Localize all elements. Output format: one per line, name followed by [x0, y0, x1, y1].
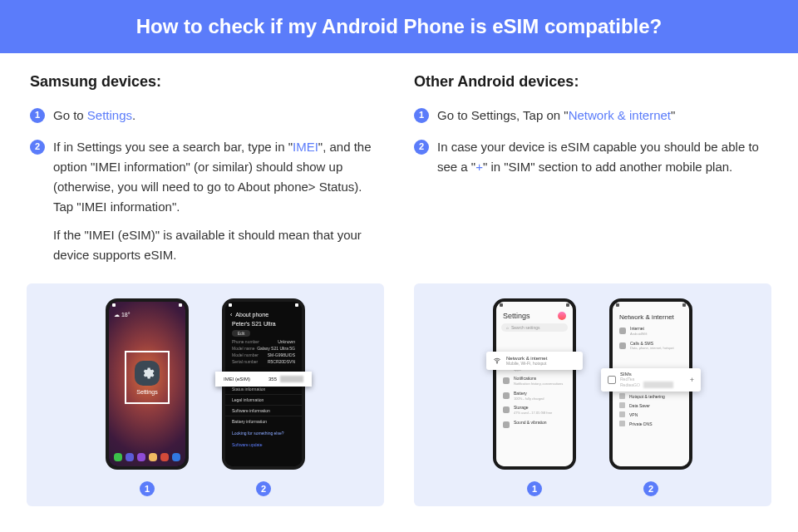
- avatar-icon: [558, 312, 566, 320]
- blurred-value: [280, 376, 303, 382]
- network-list-item: InternetAndroidWifi: [613, 324, 689, 339]
- about-row: Phone numberUnknown: [225, 338, 302, 345]
- network-internet-title: Network & internet: [613, 308, 689, 324]
- phone-number-badge: 2: [643, 481, 658, 496]
- text-fragment: Go to: [53, 108, 87, 122]
- imei-label: IMEI (eSIM): [224, 377, 250, 382]
- edit-button: Edit: [232, 330, 250, 337]
- about-list-item: Legal information: [225, 394, 302, 405]
- wifi-icon: [493, 357, 501, 366]
- weather-widget: ☁ 18°: [109, 308, 185, 322]
- phone-panels-row: ☁ 18° Settings 1: [0, 283, 798, 523]
- about-row: Model numberSM-G998U/DS: [225, 352, 302, 358]
- settings-list-item: Sound & vibration: [496, 418, 573, 431]
- step-number-badge: 1: [30, 108, 45, 123]
- software-update-link: Software update: [225, 440, 302, 450]
- network-list-item: Private DNS: [613, 419, 689, 428]
- step-number-badge: 2: [414, 140, 429, 155]
- device-name: Peter's S21 Ultra: [225, 321, 302, 328]
- network-list-item: VPN: [613, 410, 689, 419]
- about-row: Serial numberR5CR20DSVN: [225, 358, 302, 365]
- settings-list-item: NotificationsNotification history, conve…: [496, 374, 573, 389]
- text-fragment: ": [671, 108, 675, 122]
- help-text: Looking for something else?: [225, 428, 302, 438]
- other-phone-2-wrap: Network & internet InternetAndroidWifiCa…: [609, 298, 692, 496]
- samsung-phone-1: ☁ 18° Settings: [106, 298, 189, 470]
- link-settings[interactable]: Settings: [87, 108, 132, 122]
- other-step-1: 1 Go to Settings, Tap on "Network & inte…: [414, 106, 768, 126]
- other-phone-2: Network & internet InternetAndroidWifiCa…: [609, 298, 692, 470]
- other-phone-1-wrap: Settings ⌕ Search settings AppsAssistant…: [493, 298, 576, 496]
- link-network-internet[interactable]: Network & internet: [569, 108, 671, 122]
- sims-row: RedteaGO: [620, 382, 640, 387]
- network-internet-highlight: Network & internetMobile, Wi-Fi, hotspot: [486, 352, 583, 370]
- other-phone-1: Settings ⌕ Search settings AppsAssistant…: [493, 298, 576, 470]
- about-row: Model nameGalaxy S21 Ultra 5G: [225, 345, 302, 352]
- samsung-column: Samsung devices: 1 Go to Settings. 2 If …: [30, 73, 384, 277]
- network-list-item: Calls & SMSData, phone, internet, hotspo…: [613, 339, 689, 354]
- step-text: In case your device is eSIM capable you …: [437, 137, 768, 177]
- settings-label: Settings: [136, 389, 157, 395]
- page-title: How to check if my Android Phone is eSIM…: [136, 15, 663, 38]
- blurred-value: [643, 382, 673, 388]
- settings-list-item: Storage47% used - 17.05 GB free: [496, 403, 573, 418]
- phone-number-badge: 1: [527, 481, 542, 496]
- text-fragment: If in Settings you see a search bar, typ…: [53, 140, 293, 154]
- sims-highlight: SIMs RedTea RedteaGO +: [601, 368, 701, 392]
- step-text: Go to Settings, Tap on "Network & intern…: [437, 106, 768, 126]
- page-header: How to check if my Android Phone is eSIM…: [0, 0, 798, 53]
- samsung-phone-1-wrap: ☁ 18° Settings 1: [106, 298, 189, 496]
- settings-list-item: Battery100% - fully charged: [496, 389, 573, 404]
- samsung-phone-2-wrap: ‹ About phone Peter's S21 Ultra Edit Pho…: [222, 298, 305, 496]
- search-icon: ⌕: [506, 325, 509, 330]
- samsung-phones-panel: ☁ 18° Settings 1: [27, 283, 384, 506]
- svg-point-0: [497, 362, 498, 363]
- phone-number-badge: 1: [140, 481, 155, 496]
- imei-esim-highlight: IMEI (eSIM) 355: [215, 372, 312, 387]
- about-list-item: Software information: [225, 405, 302, 416]
- step-number-badge: 2: [30, 140, 45, 155]
- add-sim-plus-icon: +: [690, 376, 694, 384]
- samsung-step-2: 2 If in Settings you see a search bar, t…: [30, 137, 384, 265]
- about-phone-title: ‹ About phone: [225, 308, 302, 321]
- network-list-item: Data Saver: [613, 401, 689, 410]
- sim-icon: [608, 376, 616, 384]
- other-android-column: Other Android devices: 1 Go to Settings,…: [414, 73, 768, 277]
- imei-value: 355: [268, 377, 277, 382]
- other-phones-panel: Settings ⌕ Search settings AppsAssistant…: [414, 283, 771, 506]
- samsung-step-1: 1 Go to Settings.: [30, 106, 384, 126]
- settings-title: Settings: [496, 308, 573, 322]
- samsung-heading: Samsung devices:: [30, 73, 384, 91]
- phone-number-badge: 2: [256, 481, 271, 496]
- about-list-item: Battery information: [225, 416, 302, 426]
- text-fragment: Go to Settings, Tap on ": [437, 108, 569, 122]
- dock: [109, 453, 185, 461]
- other-step-2: 2 In case your device is eSIM capable yo…: [414, 137, 768, 177]
- search-settings-bar: ⌕ Search settings: [501, 323, 568, 332]
- link-imei[interactable]: IMEI: [293, 140, 318, 154]
- link-plus[interactable]: +: [475, 160, 483, 174]
- samsung-phone-2: ‹ About phone Peter's S21 Ultra Edit Pho…: [222, 298, 305, 470]
- text-fragment: .: [132, 108, 135, 122]
- ni-subtitle: Mobile, Wi-Fi, hotspot: [506, 361, 547, 366]
- settings-app-highlight: Settings: [125, 351, 170, 404]
- text-fragment: " in "SIM" section to add another mobile…: [483, 160, 732, 174]
- gear-icon: [135, 361, 160, 386]
- step-text: Go to Settings.: [53, 106, 384, 126]
- other-heading: Other Android devices:: [414, 73, 768, 91]
- step-text: If in Settings you see a search bar, typ…: [53, 137, 384, 265]
- content-columns: Samsung devices: 1 Go to Settings. 2 If …: [0, 53, 798, 283]
- step-number-badge: 1: [414, 108, 429, 123]
- step-sub-text: If the "IMEI (eSIM)" is available it sho…: [53, 225, 384, 265]
- network-list-item: Hotspot & tethering: [613, 392, 689, 401]
